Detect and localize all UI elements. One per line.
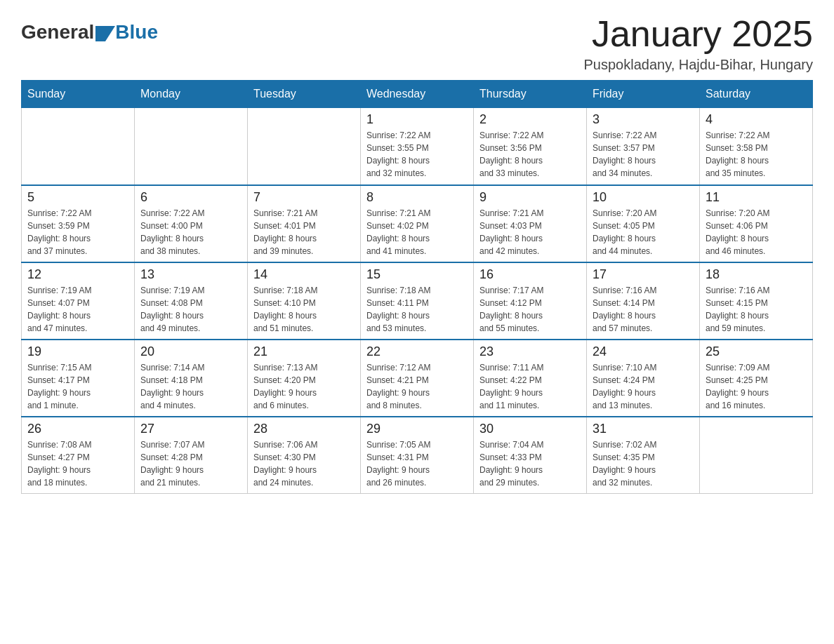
calendar-day-cell: 15Sunrise: 7:18 AM Sunset: 4:11 PM Dayli… [361, 262, 474, 340]
day-number: 21 [253, 344, 355, 359]
calendar-week-row: 19Sunrise: 7:15 AM Sunset: 4:17 PM Dayli… [22, 340, 813, 417]
calendar-day-cell: 23Sunrise: 7:11 AM Sunset: 4:22 PM Dayli… [474, 340, 587, 417]
calendar-day-cell: 28Sunrise: 7:06 AM Sunset: 4:30 PM Dayli… [248, 417, 361, 494]
calendar-day-cell: 14Sunrise: 7:18 AM Sunset: 4:10 PM Dayli… [248, 262, 361, 340]
day-info: Sunrise: 7:22 AM Sunset: 3:58 PM Dayligh… [706, 129, 807, 180]
day-info: Sunrise: 7:10 AM Sunset: 4:24 PM Dayligh… [593, 361, 694, 412]
calendar-week-row: 26Sunrise: 7:08 AM Sunset: 4:27 PM Dayli… [22, 417, 813, 494]
calendar-week-row: 5Sunrise: 7:22 AM Sunset: 3:59 PM Daylig… [22, 185, 813, 262]
page-header: General Blue January 2025 Puspokladany, … [21, 14, 813, 73]
day-number: 6 [140, 190, 241, 205]
day-info: Sunrise: 7:20 AM Sunset: 4:05 PM Dayligh… [593, 207, 694, 257]
month-title: January 2025 [584, 14, 813, 54]
day-number: 11 [706, 190, 807, 205]
calendar-day-cell: 7Sunrise: 7:21 AM Sunset: 4:01 PM Daylig… [248, 185, 361, 262]
calendar-day-cell [248, 108, 361, 185]
day-info: Sunrise: 7:14 AM Sunset: 4:18 PM Dayligh… [140, 361, 241, 412]
logo-blue: Blue [115, 21, 158, 43]
day-number: 1 [366, 112, 468, 127]
day-info: Sunrise: 7:07 AM Sunset: 4:28 PM Dayligh… [140, 438, 241, 489]
calendar-day-cell: 22Sunrise: 7:12 AM Sunset: 4:21 PM Dayli… [361, 340, 474, 417]
weekday-header-sunday: Sunday [22, 81, 135, 108]
weekday-header-monday: Monday [135, 81, 248, 108]
calendar-week-row: 12Sunrise: 7:19 AM Sunset: 4:07 PM Dayli… [22, 262, 813, 340]
day-number: 26 [27, 422, 128, 436]
day-info: Sunrise: 7:12 AM Sunset: 4:21 PM Dayligh… [366, 361, 468, 412]
day-info: Sunrise: 7:15 AM Sunset: 4:17 PM Dayligh… [27, 361, 128, 412]
day-number: 29 [366, 422, 468, 436]
day-number: 14 [253, 267, 355, 282]
calendar-day-cell: 29Sunrise: 7:05 AM Sunset: 4:31 PM Dayli… [361, 417, 474, 494]
calendar-day-cell [700, 417, 813, 494]
calendar-day-cell: 30Sunrise: 7:04 AM Sunset: 4:33 PM Dayli… [474, 417, 587, 494]
day-number: 19 [27, 344, 128, 359]
day-number: 8 [366, 190, 468, 205]
calendar-table: SundayMondayTuesdayWednesdayThursdayFrid… [21, 80, 813, 494]
calendar-day-cell: 17Sunrise: 7:16 AM Sunset: 4:14 PM Dayli… [587, 262, 700, 340]
calendar-day-cell [22, 108, 135, 185]
day-number: 7 [253, 190, 355, 205]
weekday-header-wednesday: Wednesday [361, 81, 474, 108]
calendar-day-cell: 31Sunrise: 7:02 AM Sunset: 4:35 PM Dayli… [587, 417, 700, 494]
day-number: 28 [253, 422, 355, 436]
weekday-header-friday: Friday [587, 81, 700, 108]
calendar-day-cell: 6Sunrise: 7:22 AM Sunset: 4:00 PM Daylig… [135, 185, 248, 262]
day-info: Sunrise: 7:21 AM Sunset: 4:03 PM Dayligh… [479, 207, 581, 257]
location-subtitle: Puspokladany, Hajdu-Bihar, Hungary [584, 57, 813, 73]
day-number: 10 [593, 190, 694, 205]
day-number: 2 [479, 112, 581, 127]
title-area: January 2025 Puspokladany, Hajdu-Bihar, … [584, 14, 813, 73]
calendar-day-cell: 20Sunrise: 7:14 AM Sunset: 4:18 PM Dayli… [135, 340, 248, 417]
day-info: Sunrise: 7:18 AM Sunset: 4:10 PM Dayligh… [253, 284, 355, 335]
day-info: Sunrise: 7:19 AM Sunset: 4:08 PM Dayligh… [140, 284, 241, 335]
calendar-day-cell: 27Sunrise: 7:07 AM Sunset: 4:28 PM Dayli… [135, 417, 248, 494]
calendar-day-cell: 24Sunrise: 7:10 AM Sunset: 4:24 PM Dayli… [587, 340, 700, 417]
calendar-day-cell: 4Sunrise: 7:22 AM Sunset: 3:58 PM Daylig… [700, 108, 813, 185]
day-info: Sunrise: 7:09 AM Sunset: 4:25 PM Dayligh… [706, 361, 807, 412]
logo-general: General [21, 21, 94, 43]
day-info: Sunrise: 7:22 AM Sunset: 3:56 PM Dayligh… [479, 129, 581, 180]
weekday-header-row: SundayMondayTuesdayWednesdayThursdayFrid… [22, 81, 813, 108]
day-number: 30 [479, 422, 581, 436]
weekday-header-thursday: Thursday [474, 81, 587, 108]
weekday-header-tuesday: Tuesday [248, 81, 361, 108]
day-number: 31 [593, 422, 694, 436]
day-number: 4 [706, 112, 807, 127]
day-info: Sunrise: 7:22 AM Sunset: 3:59 PM Dayligh… [27, 207, 128, 257]
day-number: 15 [366, 267, 468, 282]
calendar-day-cell: 3Sunrise: 7:22 AM Sunset: 3:57 PM Daylig… [587, 108, 700, 185]
weekday-header-saturday: Saturday [700, 81, 813, 108]
day-info: Sunrise: 7:18 AM Sunset: 4:11 PM Dayligh… [366, 284, 468, 335]
day-number: 23 [479, 344, 581, 359]
calendar-day-cell: 13Sunrise: 7:19 AM Sunset: 4:08 PM Dayli… [135, 262, 248, 340]
calendar-day-cell: 26Sunrise: 7:08 AM Sunset: 4:27 PM Dayli… [22, 417, 135, 494]
day-info: Sunrise: 7:08 AM Sunset: 4:27 PM Dayligh… [27, 438, 128, 489]
calendar-day-cell [135, 108, 248, 185]
day-info: Sunrise: 7:22 AM Sunset: 3:57 PM Dayligh… [593, 129, 694, 180]
day-number: 20 [140, 344, 241, 359]
day-info: Sunrise: 7:16 AM Sunset: 4:15 PM Dayligh… [706, 284, 807, 335]
day-number: 3 [593, 112, 694, 127]
calendar-day-cell: 19Sunrise: 7:15 AM Sunset: 4:17 PM Dayli… [22, 340, 135, 417]
day-number: 22 [366, 344, 468, 359]
day-number: 9 [479, 190, 581, 205]
day-number: 17 [593, 267, 694, 282]
day-info: Sunrise: 7:22 AM Sunset: 4:00 PM Dayligh… [140, 207, 241, 257]
day-number: 13 [140, 267, 241, 282]
day-info: Sunrise: 7:22 AM Sunset: 3:55 PM Dayligh… [366, 129, 468, 180]
day-number: 27 [140, 422, 241, 436]
day-info: Sunrise: 7:05 AM Sunset: 4:31 PM Dayligh… [366, 438, 468, 489]
day-info: Sunrise: 7:20 AM Sunset: 4:06 PM Dayligh… [706, 207, 807, 257]
day-info: Sunrise: 7:06 AM Sunset: 4:30 PM Dayligh… [253, 438, 355, 489]
day-info: Sunrise: 7:17 AM Sunset: 4:12 PM Dayligh… [479, 284, 581, 335]
calendar-day-cell: 2Sunrise: 7:22 AM Sunset: 3:56 PM Daylig… [474, 108, 587, 185]
day-info: Sunrise: 7:02 AM Sunset: 4:35 PM Dayligh… [593, 438, 694, 489]
calendar-week-row: 1Sunrise: 7:22 AM Sunset: 3:55 PM Daylig… [22, 108, 813, 185]
day-number: 25 [706, 344, 807, 359]
day-info: Sunrise: 7:21 AM Sunset: 4:01 PM Dayligh… [253, 207, 355, 257]
logo: General Blue [21, 21, 158, 43]
day-info: Sunrise: 7:16 AM Sunset: 4:14 PM Dayligh… [593, 284, 694, 335]
day-number: 5 [27, 190, 128, 205]
day-info: Sunrise: 7:13 AM Sunset: 4:20 PM Dayligh… [253, 361, 355, 412]
day-number: 12 [27, 267, 128, 282]
